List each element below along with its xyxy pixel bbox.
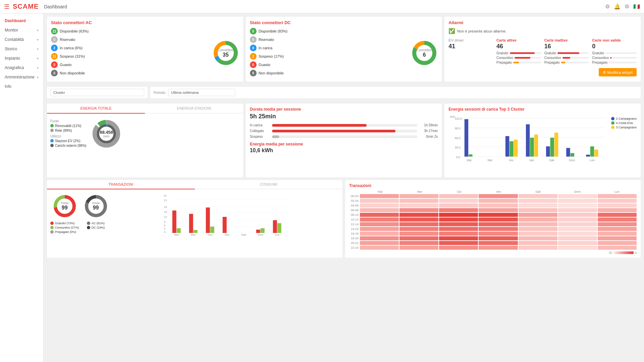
sidebar-item-contabilita[interactable]: Contabilità ▾ — [0, 35, 43, 44]
energy-legend: Fonte Rinnovabili (11%) Rete (89%) Utili… — [50, 119, 86, 148]
svg-text:Ven: Ven — [529, 159, 534, 162]
menu-icon[interactable]: ☰ — [4, 3, 9, 10]
heatmap-cell — [439, 194, 478, 198]
gray-dot — [50, 129, 54, 132]
svg-rect-71 — [189, 214, 193, 233]
ev-driver-block: EV driver 41 — [448, 38, 493, 65]
svg-rect-83 — [256, 230, 260, 233]
heatmap-cell — [558, 203, 597, 207]
list-item: 11 Sospeso (31%) — [51, 53, 209, 60]
tab-energia-stazioni[interactable]: ENERGIA STAZIONI — [145, 104, 243, 114]
heatmap-cell — [399, 203, 438, 207]
sidebar-item-monitor[interactable]: Monitor ▾ — [0, 25, 43, 35]
svg-text:21: 21 — [164, 199, 167, 202]
svg-text:Dom: Dom — [258, 233, 263, 236]
cluster-select[interactable]: Cluster — [50, 89, 144, 96]
heatmap-cell — [598, 199, 637, 203]
heatmap-title: Transazioni — [349, 183, 637, 188]
heatmap-row: 22-24 — [349, 246, 637, 250]
chevron-icon: ▾ — [37, 75, 39, 79]
svg-rect-33 — [526, 124, 530, 157]
carte-inattive-title: Carte inattive — [544, 38, 589, 42]
legend-row: AC (81%) — [87, 222, 105, 225]
trans-bar-chart: N° 21 18 15 12 9 6 3 0 — [113, 193, 339, 237]
carte-inattive-block: Carte inattive 16 Gratuito Consuntivo — [544, 38, 589, 65]
sidebar-item-amministrazione[interactable]: Amministrazione ▾ — [0, 72, 43, 82]
sidebar-item-anagrafica[interactable]: Anagrafica ▾ — [0, 63, 43, 72]
energia-media-block: Energia media per sessione 10,6 kWh — [250, 142, 438, 154]
list-item: 0 Non disponibile — [250, 70, 408, 76]
top-row: Stato connettori AC 22 Disponibile (63%)… — [47, 17, 641, 84]
badge-green: 22 — [51, 28, 58, 35]
dc-list: 5 Disponibile (83%) 0 Riservato 0 In car… — [250, 28, 408, 78]
svg-text:Mer: Mer — [191, 233, 196, 236]
heatmap-cell — [360, 227, 399, 231]
heatmap-cell — [439, 213, 478, 217]
period-select[interactable]: Ultima settimana — [168, 89, 235, 96]
heatmap-cell — [479, 199, 518, 203]
legend-row: 3 Campagnano — [611, 126, 637, 129]
list-item: 22 Disponibile (63%) — [51, 28, 209, 35]
heatmap-row: 08-10 — [349, 213, 637, 217]
heatmap-cell — [519, 232, 557, 236]
consumi-donut-block: Totale 99 AC (81%) DC (19%) — [83, 193, 109, 237]
list-item: 0 Riservato — [51, 36, 209, 43]
heatmap-cell — [519, 227, 557, 231]
modify-widget-button[interactable]: ⊞ Modifica widget — [599, 68, 637, 76]
svg-text:Lun: Lun — [275, 233, 279, 236]
legend-row: Stazioni EV (2%) — [50, 139, 86, 143]
check-icon: ✅ — [448, 28, 455, 34]
heatmap-cell — [598, 246, 637, 250]
cluster-legend: 2 Campagnano 4 Costa Erta 3 Campagnano — [611, 114, 637, 174]
heatmap-cell — [399, 222, 438, 226]
svg-text:Dom: Dom — [569, 159, 575, 162]
svg-rect-42 — [571, 153, 574, 157]
heatmap-cell — [439, 236, 478, 240]
sidebar-item-storico[interactable]: Storico ▾ — [0, 44, 43, 54]
svg-rect-74 — [206, 207, 210, 233]
heatmap-cell — [598, 227, 637, 231]
svg-text:Gio: Gio — [208, 233, 212, 236]
heatmap-cell — [439, 246, 478, 250]
svg-text:12: 12 — [164, 216, 167, 219]
heatmap-cell — [360, 199, 399, 203]
heatmap-cell — [439, 232, 478, 236]
heatmap-cell — [558, 241, 597, 245]
heatmap-cell — [598, 208, 637, 212]
user-icon[interactable]: ⚙ — [625, 3, 629, 10]
svg-text:Ven: Ven — [224, 233, 229, 236]
transazioni-card: TRANSAZIONI CONSUMI — [47, 180, 342, 258]
tab-consumi[interactable]: CONSUMI — [195, 180, 343, 189]
tab-energia-totale[interactable]: ENERGIA TOTALE — [47, 104, 145, 114]
badge-gray: 0 — [51, 36, 58, 43]
heatmap-cell — [479, 241, 518, 245]
svg-rect-37 — [546, 146, 550, 157]
svg-text:90,0: 90,0 — [455, 127, 461, 130]
heatmap-cell — [519, 218, 557, 222]
svg-rect-45 — [586, 155, 590, 157]
tab-transazioni[interactable]: TRANSAZIONI — [47, 180, 195, 189]
sidebar-item-info[interactable]: Info — [0, 82, 43, 91]
svg-rect-46 — [590, 146, 594, 157]
green-dot — [611, 121, 614, 125]
list-item: 0 Non disponibile — [51, 70, 209, 76]
settings-icon[interactable]: ⚙ — [605, 3, 610, 10]
sidebar-item-impianto[interactable]: Impianto ▾ — [0, 54, 43, 63]
badge-blue: 2 — [51, 45, 58, 51]
ev-driver-title: EV driver — [448, 38, 493, 42]
legend-row: Prepagato (0%) — [50, 230, 79, 234]
trans-donut: Totale 99 — [51, 193, 78, 220]
heatmap-cell — [558, 227, 597, 231]
notification-icon[interactable]: 🔔 — [614, 3, 621, 10]
list-item: 0 Guasto — [250, 61, 408, 68]
sidebar-item-dashboard[interactable]: Dashboard — [0, 16, 43, 25]
svg-rect-69 — [176, 228, 180, 233]
heatmap-cell — [360, 203, 399, 207]
heatmap-grid: MarMerGioVenSabDomLun00-0202-0404-0606-0… — [349, 190, 637, 254]
heatmap-cell — [399, 232, 438, 236]
svg-rect-35 — [534, 134, 538, 157]
bar-row: Consuntivo — [496, 56, 541, 60]
heatmap-cell — [558, 208, 597, 212]
flag-icon[interactable]: 🇮🇹 — [633, 3, 640, 10]
gray-dot — [87, 222, 90, 225]
